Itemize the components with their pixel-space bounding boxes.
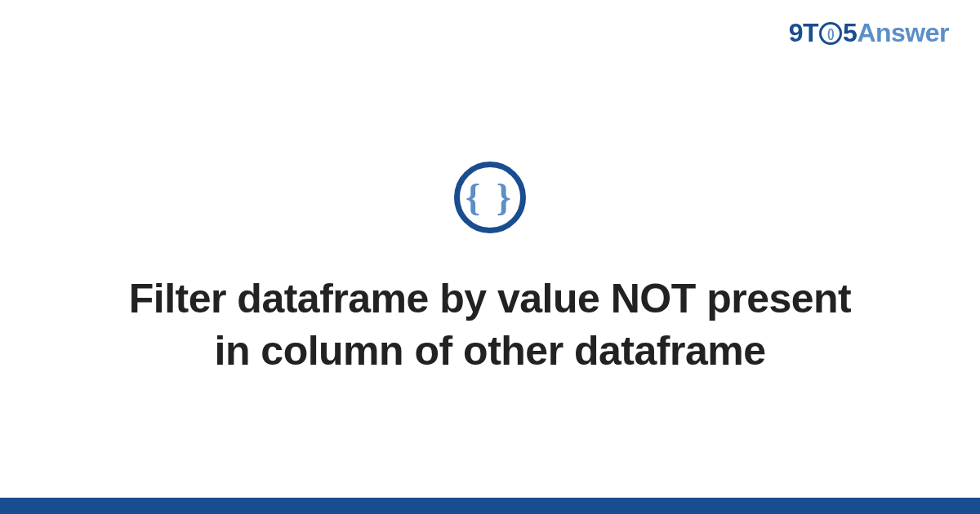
bottom-accent-bar <box>0 498 980 514</box>
braces-glyph: { } <box>466 179 514 216</box>
page-title: Filter dataframe by value NOT present in… <box>122 273 858 377</box>
main-content: { } Filter dataframe by value NOT presen… <box>0 0 980 514</box>
code-braces-icon: { } <box>454 162 526 233</box>
